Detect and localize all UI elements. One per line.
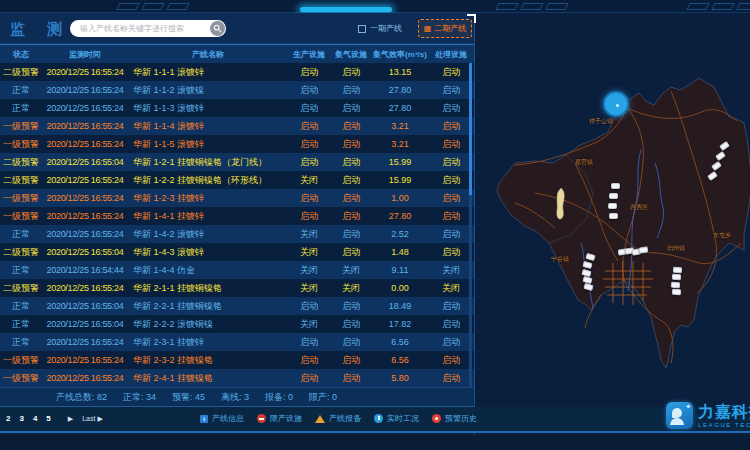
legend-item-limit[interactable]: 限产设施 — [257, 413, 302, 424]
factory-marker[interactable] — [639, 246, 649, 253]
factory-marker[interactable] — [611, 183, 620, 189]
table-row[interactable]: 二级预警2020/12/25 16:55:24华新 1-1-1 滚镀锌启动启动1… — [0, 63, 474, 81]
factory-marker[interactable] — [609, 213, 618, 219]
cell-name: 华新 2-4-1 挂镀镍铬 — [128, 372, 288, 385]
factory-marker[interactable] — [672, 274, 681, 281]
legend-item-tri[interactable]: 产线报备 — [315, 413, 361, 424]
scrollbar-thumb[interactable] — [469, 63, 472, 195]
monitoring-dashboard: 轿子山镇蔡官镇西秀区宁谷镇旧州镇东屯乡 监 测 一期产线 ▦ 二期产线 — [0, 0, 750, 450]
cell-eff: 15.99 — [372, 175, 428, 185]
page-button[interactable]: 4 — [33, 414, 37, 423]
cell-time: 2020/12/25 16:55:24 — [42, 175, 128, 185]
cell-prod: 启动 — [288, 300, 330, 313]
cell-treat: 启动 — [428, 300, 474, 313]
cell-time: 2020/12/25 16:55:04 — [42, 319, 128, 329]
cell-time: 2020/12/25 16:54:44 — [42, 265, 128, 275]
column-header-status: 状态 — [0, 49, 42, 60]
page-button[interactable]: 2 — [6, 414, 10, 423]
limit-icon — [257, 414, 266, 423]
logo-title: 力嘉科技 — [698, 404, 750, 420]
cell-name: 华新 1-1-2 滚镀镍 — [128, 84, 288, 97]
next-page-button[interactable]: ▶ — [68, 415, 73, 423]
column-header-efficiency: 集气效率(m³/s) — [372, 49, 428, 60]
cell-eff: 3.21 — [372, 139, 428, 149]
cell-time: 2020/12/25 16:55:24 — [42, 139, 128, 149]
town-label: 轿子山镇 — [589, 117, 613, 126]
cell-treat: 启动 — [428, 66, 474, 79]
table-row[interactable]: 正常2020/12/25 16:55:24华新 1-4-2 滚镀锌关闭启动2.5… — [0, 225, 474, 243]
table-row[interactable]: 一级预警2020/12/25 16:55:24华新 1-4-1 挂镀锌启动启动2… — [0, 207, 474, 225]
cell-gas: 关闭 — [330, 264, 372, 277]
cell-eff: 18.49 — [372, 301, 428, 311]
town-label: 西秀区 — [630, 203, 648, 212]
table-row[interactable]: 二级预警2020/12/25 16:55:04华新 1-4-3 滚镀锌关闭启动1… — [0, 243, 474, 261]
cell-gas: 启动 — [330, 120, 372, 133]
cell-status: 一级预警 — [0, 138, 42, 151]
table-row[interactable]: 一级预警2020/12/25 16:55:24华新 1-1-4 滚镀锌启动启动3… — [0, 117, 474, 135]
cell-prod: 启动 — [288, 120, 330, 133]
map-panel[interactable]: 轿子山镇蔡官镇西秀区宁谷镇旧州镇东屯乡 — [474, 13, 750, 435]
last-page-button[interactable]: Last ▶ — [82, 415, 103, 423]
table-row[interactable]: 一级预警2020/12/25 16:55:24华新 1-2-3 挂镀锌启动启动1… — [0, 189, 474, 207]
cell-eff: 6.56 — [372, 337, 428, 347]
cell-time: 2020/12/25 16:55:24 — [42, 121, 128, 131]
table-row[interactable]: 正常2020/12/25 16:55:24华新 2-3-1 挂镀锌启动启动6.5… — [0, 333, 474, 351]
cell-time: 2020/12/25 16:55:24 — [42, 85, 128, 95]
search-input[interactable] — [70, 24, 210, 33]
cell-treat: 启动 — [428, 354, 474, 367]
legend-item-rt[interactable]: 实时工况 — [374, 413, 419, 424]
cell-status: 正常 — [0, 84, 42, 97]
factory-marker[interactable] — [608, 203, 617, 209]
factory-marker[interactable] — [672, 289, 681, 296]
legend-item-info[interactable]: i产线信息 — [200, 413, 244, 424]
phase1-checkbox[interactable]: 一期产线 — [358, 23, 402, 34]
cell-status: 一级预警 — [0, 192, 42, 205]
table-row[interactable]: 一级预警2020/12/25 16:55:24华新 1-1-5 滚镀锌启动启动3… — [0, 135, 474, 153]
phase2-button[interactable]: ▦ 二期产线 — [418, 19, 472, 38]
cell-eff: 27.80 — [372, 103, 428, 113]
table-row[interactable]: 正常2020/12/25 16:55:04华新 2-2-1 挂镀铜镍铬启动启动1… — [0, 297, 474, 315]
cell-treat: 启动 — [428, 372, 474, 385]
table-row[interactable]: 正常2020/12/25 16:55:24华新 1-1-2 滚镀镍启动启动27.… — [0, 81, 474, 99]
cell-status: 正常 — [0, 264, 42, 277]
cell-status: 二级预警 — [0, 246, 42, 259]
cell-name: 华新 1-4-1 挂镀锌 — [128, 210, 288, 223]
table-row[interactable]: 正常2020/12/25 16:54:44华新 1-4-4 仿金关闭关闭9.11… — [0, 261, 474, 279]
summary-item: 预警: 45 — [172, 391, 205, 404]
bottom-bar: 2345▶Last ▶ i产线信息限产设施产线报备实时工况预警历史 — [0, 407, 750, 433]
column-header-production: 生产设施 — [288, 49, 330, 60]
legend-label: 预警历史 — [445, 413, 477, 424]
legend-item-hist[interactable]: 预警历史 — [432, 413, 477, 424]
cell-name: 华新 2-2-2 滚镀铜镍 — [128, 318, 288, 331]
table-row[interactable]: 一级预警2020/12/25 16:55:24华新 2-4-1 挂镀镍铬启动启动… — [0, 369, 474, 387]
page-button[interactable]: 3 — [19, 414, 23, 423]
table-row[interactable]: 正常2020/12/25 16:55:04华新 2-2-2 滚镀铜镍关闭启动17… — [0, 315, 474, 333]
table-row[interactable]: 二级预警2020/12/25 16:55:24华新 1-2-2 挂镀铜镍铬（环形… — [0, 171, 474, 189]
legend-label: 产线报备 — [329, 413, 361, 424]
cell-treat: 启动 — [428, 156, 474, 169]
cell-name: 华新 1-2-3 挂镀锌 — [128, 192, 288, 205]
table-row[interactable]: 二级预警2020/12/25 16:55:24华新 2-1-1 挂镀铜镍铬关闭关… — [0, 279, 474, 297]
table-row[interactable]: 正常2020/12/25 16:55:24华新 1-1-3 滚镀锌启动启动27.… — [0, 99, 474, 117]
cell-name: 华新 1-1-5 滚镀锌 — [128, 138, 288, 151]
factory-marker[interactable] — [671, 282, 680, 289]
summary-item: 产线总数: 82 — [56, 391, 107, 404]
cell-eff: 2.52 — [372, 229, 428, 239]
cell-status: 二级预警 — [0, 282, 42, 295]
factory-marker[interactable] — [673, 267, 682, 274]
header-bar: 监 测 一期产线 ▦ 二期产线 — [0, 13, 474, 44]
corner-bracket — [467, 14, 476, 23]
cell-prod: 启动 — [288, 192, 330, 205]
glow-bar — [300, 7, 392, 12]
table-row[interactable]: 二级预警2020/12/25 16:55:04华新 1-2-1 挂镀铜镍铬（龙门… — [0, 153, 474, 171]
factory-marker[interactable] — [609, 193, 618, 199]
alert-bubble-marker[interactable] — [603, 91, 629, 117]
search-button[interactable] — [210, 21, 225, 36]
cell-gas: 启动 — [330, 372, 372, 385]
table-scrollbar[interactable] — [469, 63, 472, 387]
cell-status: 一级预警 — [0, 210, 42, 223]
company-logo: ✦ 力嘉科技 LEAGUE TECH — [666, 402, 750, 429]
cell-name: 华新 1-4-2 滚镀锌 — [128, 228, 288, 241]
table-row[interactable]: 一级预警2020/12/25 16:55:24华新 2-3-2 挂镀镍铬启动启动… — [0, 351, 474, 369]
page-button[interactable]: 5 — [46, 414, 50, 423]
